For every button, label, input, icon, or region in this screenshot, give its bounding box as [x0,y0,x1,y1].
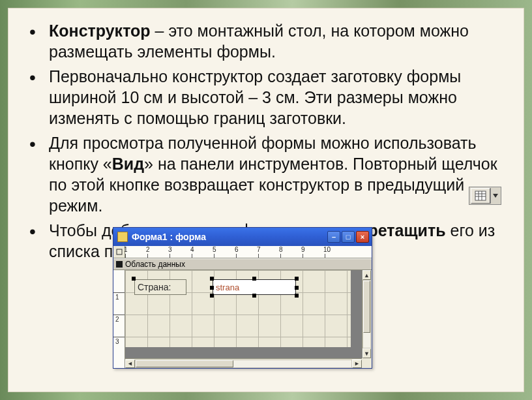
form-icon [117,232,128,242]
ruler-tick: 2 [146,246,150,253]
ruler-tick: 2 [115,316,119,323]
scroll-right-button[interactable]: ► [352,360,362,368]
form-textbox-control[interactable]: strana [213,279,296,295]
window-title: Форма1 : форма [132,232,327,242]
bullet-item: Конструктор – это монтажный стол, на кот… [25,20,507,62]
vertical-ruler: 1 2 3 [113,270,125,368]
ruler-tick: 10 [323,246,331,253]
horizontal-scrollbar[interactable]: ◄ ► [125,358,362,368]
text: – [151,22,169,40]
section-selector-icon [116,261,123,268]
ruler-tick: 5 [213,246,216,253]
ruler-tick: 9 [301,246,305,253]
selection-handle[interactable] [252,277,256,281]
bullet-list: Конструктор – это монтажный стол, на кот… [25,20,507,262]
size-grip[interactable] [362,358,372,368]
form-canvas[interactable]: Страна: strana [125,270,351,347]
close-button[interactable]: × [356,231,369,243]
form-designer-window: Форма1 : форма – □ × 1 2 3 4 5 6 7 8 [113,227,372,369]
scroll-track[interactable] [135,360,352,368]
scroll-left-button[interactable]: ◄ [125,360,135,368]
selection-handle[interactable] [252,294,256,298]
term-constructor: Конструктор [49,22,151,40]
view-toolbar-widget [469,187,501,205]
view-dropdown-button[interactable] [490,188,499,204]
scroll-up-button[interactable]: ▲ [362,270,371,280]
vertical-scrollbar[interactable]: ▲ ▼ [362,270,372,358]
design-area: 1 2 3 Страна: strana [113,270,372,368]
slide-background: Конструктор – это монтажный стол, на кот… [0,0,532,400]
ruler-tick: 8 [279,246,283,253]
maximize-button[interactable]: □ [342,231,355,243]
datasheet-icon [475,191,486,201]
section-header-detail[interactable]: Область данных [113,258,372,270]
ruler-tick: 4 [190,246,194,253]
ruler-tick: 3 [115,338,119,345]
selection-handle[interactable] [210,286,214,290]
bullet-item: Для просмотра полученной формы можно исп… [25,132,507,216]
selection-handle[interactable] [210,294,214,298]
scroll-thumb[interactable] [363,281,370,333]
section-label: Область данных [125,260,185,269]
ruler-tick: 7 [257,246,261,253]
bullet-item: Первоначально конструктор создает загото… [25,66,507,129]
ruler-tick: 1 [124,246,128,253]
selection-handle[interactable] [295,277,299,281]
svg-rect-0 [475,191,486,200]
window-titlebar[interactable]: Форма1 : форма – □ × [113,228,372,246]
ruler-tick: 6 [235,246,239,253]
select-all-icon [116,249,123,255]
scroll-down-button[interactable]: ▼ [362,348,371,358]
term-view: Вид [112,155,144,173]
canvas-outer[interactable]: Страна: strana [125,270,372,368]
ruler-tick: 1 [115,294,119,301]
svg-rect-5 [117,249,122,254]
selection-handle[interactable] [132,277,136,281]
form-field-bound-name: strana [216,283,239,292]
form-label-text: Страна: [138,282,171,292]
horizontal-ruler: 1 2 3 4 5 6 7 8 9 10 [113,246,372,258]
selection-handle[interactable] [295,294,299,298]
chevron-down-icon [493,194,498,198]
selection-handle[interactable] [210,277,214,281]
form-label-control[interactable]: Страна: [134,279,186,295]
ruler-tick: 3 [168,246,172,253]
scroll-track[interactable] [362,280,371,348]
scroll-thumb[interactable] [136,360,233,367]
selection-handle[interactable] [295,286,299,290]
minimize-button[interactable]: – [327,231,340,243]
view-button[interactable] [471,188,490,204]
slide-card: Конструктор – это монтажный стол, на кот… [8,8,524,392]
text: Первоначально конструктор создает загото… [49,67,461,127]
